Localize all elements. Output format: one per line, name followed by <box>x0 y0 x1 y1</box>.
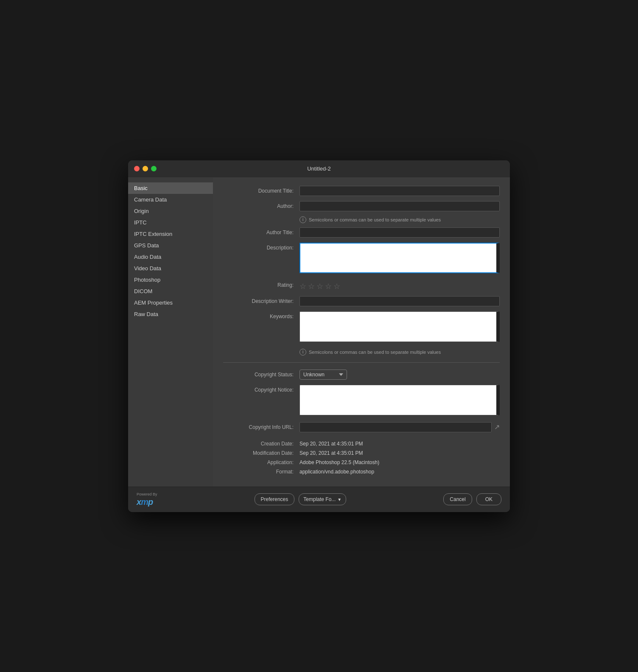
creation-date-label: Creation Date: <box>223 441 299 447</box>
author-row: Author: <box>223 201 500 211</box>
star-5[interactable]: ☆ <box>333 282 340 291</box>
preferences-button[interactable]: Preferences <box>255 493 295 505</box>
traffic-lights <box>134 166 157 171</box>
format-value: application/vnd.adobe.photoshop <box>299 469 374 475</box>
copyright-status-select[interactable]: Unknown Copyrighted Public Domain <box>299 370 347 380</box>
modification-date-value: Sep 20, 2021 at 4:35:01 PM <box>299 450 363 456</box>
info-icon: i <box>299 216 306 223</box>
footer: Powered By xmp Preferences Template Fo..… <box>128 487 510 512</box>
star-2[interactable]: ☆ <box>308 282 315 291</box>
author-title-row: Author Title: <box>223 227 500 238</box>
keywords-label: Keywords: <box>223 311 299 319</box>
modification-date-row: Modification Date: Sep 20, 2021 at 4:35:… <box>223 450 500 456</box>
powered-by: Powered By xmp <box>137 492 157 507</box>
sidebar-item-audio-data[interactable]: Audio Data <box>128 251 213 263</box>
rating-stars: ☆ ☆ ☆ ☆ ☆ <box>299 280 500 291</box>
copyright-notice-textarea[interactable] <box>299 385 500 415</box>
sidebar-item-iptc-extension[interactable]: IPTC Extension <box>128 228 213 240</box>
keywords-info-icon: i <box>299 349 306 356</box>
xmp-m: m <box>141 497 148 507</box>
keywords-hint-text: Semicolons or commas can be used to sepa… <box>309 350 441 355</box>
document-title-row: Document Title: <box>223 186 500 196</box>
description-textarea[interactable] <box>299 243 500 273</box>
author-hint-row: i Semicolons or commas can be used to se… <box>223 216 500 223</box>
description-writer-row: Description Writer: <box>223 296 500 306</box>
author-title-label: Author Title: <box>223 227 299 235</box>
sidebar-item-origin[interactable]: Origin <box>128 205 213 217</box>
document-title-label: Document Title: <box>223 186 299 194</box>
rating-row: Rating: ☆ ☆ ☆ ☆ ☆ <box>223 280 500 291</box>
titlebar: Untitled-2 <box>128 160 510 177</box>
copyright-url-control: ↗ <box>299 422 500 432</box>
template-label: Template Fo... <box>303 496 336 502</box>
powered-by-text: Powered By <box>137 492 157 496</box>
application-row: Application: Adobe Photoshop 22.5 (Macin… <box>223 459 500 465</box>
window-title: Untitled-2 <box>307 165 331 172</box>
star-3[interactable]: ☆ <box>316 282 323 291</box>
modification-date-label: Modification Date: <box>223 450 299 456</box>
main-form: Document Title: Author: i Semicolons or … <box>213 177 510 487</box>
description-writer-input[interactable] <box>299 296 500 306</box>
sidebar-item-dicom[interactable]: DICOM <box>128 286 213 297</box>
format-row: Format: application/vnd.adobe.photoshop <box>223 469 500 475</box>
description-row: Description: <box>223 243 500 275</box>
go-arrow-icon[interactable]: ↗ <box>494 423 500 431</box>
author-hint-text: Semicolons or commas can be used to sepa… <box>309 217 441 222</box>
application-label: Application: <box>223 459 299 465</box>
keywords-textarea[interactable] <box>299 311 500 342</box>
dialog-content: Basic Camera Data Origin IPTC IPTC Exten… <box>128 177 510 487</box>
sidebar-item-aem-properties[interactable]: AEM Properties <box>128 297 213 308</box>
document-title-input[interactable] <box>299 186 500 196</box>
template-button[interactable]: Template Fo... ▼ <box>299 493 346 505</box>
author-label: Author: <box>223 201 299 209</box>
minimize-button[interactable] <box>143 166 148 171</box>
author-input[interactable] <box>299 201 500 211</box>
star-1[interactable]: ☆ <box>299 282 306 291</box>
copyright-status-control: Unknown Copyrighted Public Domain <box>299 370 500 380</box>
creation-date-value: Sep 20, 2021 at 4:35:01 PM <box>299 441 363 447</box>
dialog-window: Untitled-2 Basic Camera Data Origin IPTC… <box>128 160 510 512</box>
keywords-hint-row: i Semicolons or commas can be used to se… <box>223 349 500 356</box>
copyright-url-input[interactable] <box>299 422 492 432</box>
format-label: Format: <box>223 469 299 475</box>
rating-control: ☆ ☆ ☆ ☆ ☆ <box>299 280 500 291</box>
cancel-button[interactable]: Cancel <box>443 493 472 505</box>
sidebar-item-gps-data[interactable]: GPS Data <box>128 240 213 251</box>
ok-button[interactable]: OK <box>476 493 501 505</box>
author-hint: i Semicolons or commas can be used to se… <box>299 216 441 223</box>
description-writer-control <box>299 296 500 306</box>
copyright-status-row: Copyright Status: Unknown Copyrighted Pu… <box>223 370 500 380</box>
maximize-button[interactable] <box>151 166 157 171</box>
sidebar-item-photoshop[interactable]: Photoshop <box>128 274 213 286</box>
description-control <box>299 243 500 275</box>
author-control <box>299 201 500 211</box>
keywords-control <box>299 311 500 344</box>
copyright-notice-control <box>299 385 500 417</box>
copyright-url-label: Copyright Info URL: <box>223 422 299 430</box>
sidebar-item-video-data[interactable]: Video Data <box>128 263 213 274</box>
copyright-notice-row: Copyright Notice: <box>223 385 500 417</box>
copyright-notice-label: Copyright Notice: <box>223 385 299 393</box>
sidebar: Basic Camera Data Origin IPTC IPTC Exten… <box>128 177 213 487</box>
sidebar-item-iptc[interactable]: IPTC <box>128 217 213 228</box>
creation-date-row: Creation Date: Sep 20, 2021 at 4:35:01 P… <box>223 441 500 447</box>
application-value: Adobe Photoshop 22.5 (Macintosh) <box>299 459 379 465</box>
close-button[interactable] <box>134 166 140 171</box>
author-title-input[interactable] <box>299 227 500 238</box>
copyright-url-row: Copyright Info URL: ↗ <box>223 422 500 432</box>
sidebar-item-camera-data[interactable]: Camera Data <box>128 194 213 205</box>
keywords-row: Keywords: <box>223 311 500 344</box>
template-chevron-icon: ▼ <box>337 497 341 502</box>
rating-label: Rating: <box>223 280 299 288</box>
divider <box>223 362 500 363</box>
author-title-control <box>299 227 500 238</box>
sidebar-item-basic[interactable]: Basic <box>128 182 213 194</box>
xmp-p: p <box>148 497 153 507</box>
description-writer-label: Description Writer: <box>223 296 299 304</box>
sidebar-item-raw-data[interactable]: Raw Data <box>128 308 213 320</box>
xmp-logo: xmp <box>137 497 153 507</box>
copyright-status-label: Copyright Status: <box>223 370 299 378</box>
xmp-x: x <box>137 497 141 507</box>
star-4[interactable]: ☆ <box>325 282 332 291</box>
keywords-hint: i Semicolons or commas can be used to se… <box>299 349 441 356</box>
